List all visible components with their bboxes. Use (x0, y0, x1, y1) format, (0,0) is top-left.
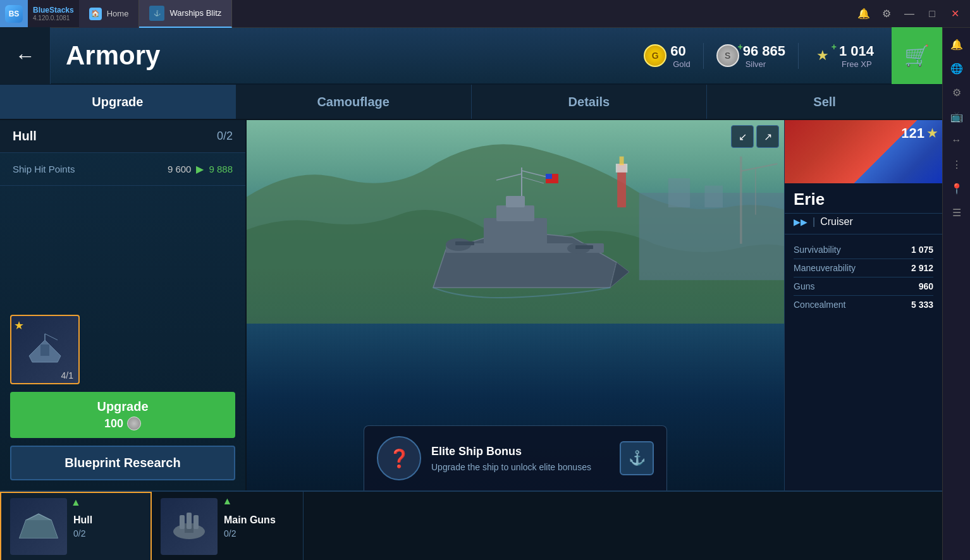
minimize-button[interactable]: — (899, 4, 919, 24)
ship-type-icon: ▶▶ (794, 217, 807, 227)
blueprint-area: ★ 4/1 (10, 315, 235, 384)
back-arrow-icon: ← (15, 44, 35, 68)
silver-label: Silver (746, 59, 785, 69)
svg-rect-2 (668, 178, 691, 207)
sidebar-icon-5[interactable]: ↔ (945, 129, 968, 152)
sidebar-icon-2[interactable]: 🌐 (945, 57, 968, 80)
hull-item-name: Hull (73, 514, 142, 526)
silver-value: 96 865 (743, 43, 785, 59)
cart-icon: 🛒 (904, 44, 930, 68)
elite-emblem-icon: ❓ (377, 436, 421, 480)
gold-value: 60 (670, 43, 690, 59)
zoom-controls: ↙ ↗ (731, 125, 779, 148)
stat-hp-current: 9 600 (168, 164, 192, 174)
ship-hp-row: Ship Hit Points 9 600 ▶ 9 888 (13, 163, 233, 175)
svg-line-21 (522, 177, 544, 183)
currency-section: G 60 Gold S + 96 865 Silver (631, 43, 887, 69)
hull-item-progress: 0/2 (73, 528, 142, 539)
bottom-hull-item[interactable]: ▲ Hull 0/2 (0, 492, 152, 560)
stat-hp-label: Ship Hit Points (13, 164, 75, 174)
svg-line-20 (496, 174, 522, 180)
cart-button[interactable]: 🛒 (892, 27, 942, 84)
right-sidebar: 🔔 🌐 ⚙ 📺 ↔ ⋮ 📍 ☰ (942, 28, 970, 560)
main-content: Hull 0/2 Ship Hit Points 9 600 ▶ 9 888 (0, 120, 942, 490)
freexp-currency: ★ + 1 014 Free XP (799, 43, 887, 69)
home-icon: 🏠 (89, 8, 102, 20)
game-area: ← Armory G 60 Gold S (0, 28, 942, 560)
left-panel: Hull 0/2 Ship Hit Points 9 600 ▶ 9 888 (0, 120, 247, 490)
sidebar-icon-3[interactable]: ⚙ (945, 81, 968, 104)
ship-level-star-icon: ★ (927, 126, 937, 140)
gold-currency: G 60 Gold (631, 43, 703, 69)
mainguns-icon (161, 498, 218, 555)
tab-upgrade[interactable]: Upgrade (0, 85, 236, 119)
bottom-mainguns-item[interactable]: ▲ Main Guns 0/2 (152, 492, 304, 560)
hull-progress: 0/2 (217, 130, 233, 143)
notification-icon[interactable]: 🔔 (854, 4, 874, 24)
ship-type-label: Cruiser (820, 216, 853, 228)
silver-plus-icon: + (737, 42, 742, 52)
svg-rect-15 (455, 241, 474, 245)
svg-rect-13 (506, 196, 525, 207)
app-version: 4.120.0.1081 (33, 15, 74, 21)
sidebar-icon-6[interactable]: ⋮ (945, 153, 968, 176)
elite-ship-bonus: ❓ Elite Ship Bonus Upgrade the ship to u… (364, 425, 667, 490)
tab-home[interactable]: 🏠 Home (79, 0, 140, 28)
ship-level: 121 ★ (901, 125, 937, 142)
tab-navigation: Upgrade Camouflage Details Sell (0, 85, 942, 120)
mainguns-item-progress: 0/2 (224, 528, 294, 539)
elite-bonus-desc: Upgrade the ship to unlock elite bonuses (431, 462, 610, 472)
svg-rect-12 (496, 205, 534, 221)
elite-anchor-button[interactable]: ⚓ (620, 441, 654, 475)
app-name: BlueStacks (33, 6, 74, 15)
sidebar-icon-1[interactable]: 🔔 (945, 33, 968, 56)
arrow-icon: ▶ (196, 163, 204, 175)
back-button[interactable]: ← (0, 27, 51, 84)
sidebar-icon-8[interactable]: ☰ (945, 201, 968, 224)
ship-name: Erie (794, 190, 933, 209)
upgrade-button[interactable]: Upgrade 100 (10, 392, 235, 438)
settings-icon[interactable]: ⚙ (876, 4, 897, 24)
maximize-button[interactable]: □ (922, 4, 942, 24)
header-bar: ← Armory G 60 Gold S (0, 28, 942, 85)
zoom-out-button[interactable]: ↙ (731, 125, 754, 148)
bluestacks-logo: BS (0, 0, 28, 28)
mainguns-item-name: Main Guns (224, 514, 294, 526)
sidebar-icon-7[interactable]: 📍 (945, 177, 968, 200)
svg-rect-26 (180, 515, 185, 529)
tab-sell[interactable]: Sell (707, 85, 942, 119)
stat-concealment: Concealment 5 333 (794, 296, 933, 313)
gold-label: Gold (673, 59, 690, 69)
hull-section-header: Hull 0/2 (0, 120, 245, 153)
svg-rect-17 (575, 245, 593, 249)
stat-maneuverability: Maneuverability 2 912 (794, 259, 933, 277)
silver-coin-icon (127, 417, 141, 430)
hull-icon (10, 498, 67, 555)
svg-rect-3 (704, 186, 723, 208)
ship-icon (23, 331, 67, 368)
bottom-bar: ▲ Hull 0/2 ▲ (0, 490, 942, 560)
blueprint-image: ★ 4/1 (10, 315, 80, 384)
silver-currency: S + 96 865 Silver (704, 43, 799, 69)
close-button[interactable]: ✕ (945, 4, 965, 24)
blueprint-count: 4/1 (61, 370, 73, 380)
svg-rect-28 (193, 515, 199, 529)
ship-type-row: ▶▶ | Cruiser (785, 214, 942, 234)
ship-view: ↙ ↗ ❓ Elite Ship Bonus Upgrade the ship … (247, 120, 784, 490)
tab-camouflage[interactable]: Camouflage (236, 85, 472, 119)
sidebar-icon-4[interactable]: 📺 (945, 105, 968, 128)
stat-survivability: Survivability 1 075 (794, 241, 933, 259)
upgrade-section: ★ 4/1 Upgrade 1 (0, 186, 245, 490)
svg-rect-0 (40, 344, 49, 356)
tab-details[interactable]: Details (472, 85, 708, 119)
page-title: Armory (66, 40, 160, 70)
elite-bonus-title: Elite Ship Bonus (431, 445, 610, 458)
ship-model (395, 161, 635, 338)
blueprint-research-button[interactable]: Blueprint Research (10, 446, 235, 480)
freexp-value: 1 014 (839, 43, 874, 59)
zoom-in-button[interactable]: ↗ (756, 125, 779, 148)
silver-icon: S (716, 44, 739, 67)
mainguns-upgrade-arrow-icon: ▲ (223, 496, 233, 507)
svg-line-19 (522, 171, 547, 177)
tab-game[interactable]: ⚓ Warships Blitz (139, 0, 232, 28)
